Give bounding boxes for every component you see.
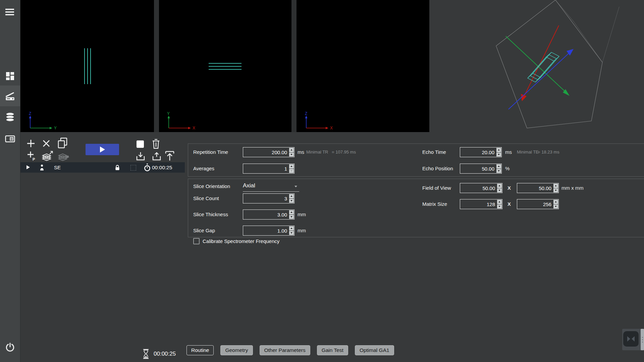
slice-orientation-dropdown[interactable]: Axial bbox=[243, 181, 299, 192]
duplicate-icon[interactable] bbox=[56, 137, 69, 150]
add-icon[interactable] bbox=[26, 139, 36, 148]
stop-button[interactable] bbox=[137, 140, 144, 148]
matrix-size-label: Matrix Size bbox=[422, 199, 447, 209]
spinner-up-button[interactable] bbox=[496, 164, 501, 169]
sequence-toolbar: P bbox=[20, 135, 185, 162]
axis-indicator: Y X bbox=[162, 111, 204, 130]
slice-gap-input[interactable] bbox=[243, 226, 289, 235]
queue-row[interactable]: SE 00:00:25 bbox=[20, 162, 185, 173]
dashboard-icon[interactable] bbox=[5, 71, 15, 81]
tab-routine[interactable]: Routine bbox=[186, 345, 214, 355]
database-icon[interactable] bbox=[5, 112, 15, 122]
echo-position-input[interactable] bbox=[460, 164, 496, 173]
duplicate-stack-disabled-icon[interactable] bbox=[56, 150, 70, 162]
run-button[interactable] bbox=[86, 144, 119, 155]
fov-unit: mm x mm bbox=[561, 183, 584, 193]
tab-other-parameters[interactable]: Other Parameters bbox=[260, 345, 310, 355]
field-of-view-x-input[interactable] bbox=[460, 183, 497, 193]
calibrate-spectrometer-checkbox[interactable]: Calibrate Spectrometer Frequency bbox=[193, 238, 279, 244]
tab-gain-test[interactable]: Gain Test bbox=[317, 345, 348, 355]
spinner-up-button[interactable] bbox=[289, 226, 294, 231]
spinner-down-button[interactable] bbox=[497, 204, 502, 209]
overlay-widget[interactable] bbox=[622, 329, 644, 350]
spinner-up-button[interactable] bbox=[497, 200, 502, 204]
close-icon[interactable] bbox=[42, 139, 51, 148]
tab-geometry[interactable]: Geometry bbox=[220, 345, 253, 355]
spinner-up-button[interactable] bbox=[289, 210, 294, 215]
sequence-duration: 00:00:25 bbox=[152, 162, 172, 173]
echo-time-field bbox=[460, 147, 502, 157]
vertical-axis-label: Y bbox=[167, 111, 170, 116]
upload-all-icon[interactable] bbox=[164, 150, 175, 162]
minimal-tr-value: = 107.95 ms bbox=[332, 147, 356, 157]
lock-icon bbox=[114, 164, 120, 171]
viewport-zy[interactable]: Z Y bbox=[20, 0, 154, 132]
overlay-handle[interactable] bbox=[641, 329, 644, 350]
spinner-down-button[interactable] bbox=[289, 215, 294, 219]
slice-thickness-spinner bbox=[289, 210, 294, 219]
delete-icon[interactable] bbox=[151, 138, 161, 149]
slice-count-spinner bbox=[289, 194, 294, 203]
scene-3d-view[interactable] bbox=[429, 0, 644, 136]
chevron-down-icon bbox=[294, 186, 297, 187]
slice-thickness-input[interactable] bbox=[243, 210, 289, 219]
spinner-down-button[interactable] bbox=[496, 169, 501, 173]
spinner-down-button[interactable] bbox=[553, 204, 558, 209]
echo-time-unit: ms bbox=[505, 147, 512, 157]
slice-gap-unit: mm bbox=[298, 226, 306, 236]
repetition-time-input[interactable] bbox=[243, 147, 289, 157]
viewport-zx[interactable]: Z X bbox=[297, 0, 429, 132]
viewport-yx[interactable]: Y X bbox=[159, 0, 291, 132]
hourglass-icon bbox=[142, 349, 150, 359]
app-window: Z Y Y X Z X bbox=[0, 0, 644, 362]
minimal-tr-label: Minimal TR bbox=[306, 147, 328, 157]
spinner-down-button[interactable] bbox=[496, 153, 501, 157]
matrix-separator: X bbox=[507, 199, 511, 209]
svg-text:P: P bbox=[33, 157, 35, 161]
spinner-up-button[interactable] bbox=[289, 148, 294, 152]
spinner-up-button[interactable] bbox=[497, 184, 502, 188]
selection-box-icon bbox=[130, 165, 136, 171]
duplicate-stack-icon[interactable] bbox=[40, 150, 54, 162]
repetition-time-spinner bbox=[289, 147, 294, 157]
add-protocol-icon[interactable]: P bbox=[25, 150, 36, 162]
registration-card-icon[interactable] bbox=[5, 133, 15, 144]
matrix-size-y-field bbox=[517, 199, 559, 209]
slice-thickness-unit: mm bbox=[298, 209, 306, 220]
spinner-up-button[interactable] bbox=[553, 200, 558, 204]
spinner-down-button[interactable] bbox=[497, 188, 502, 193]
spinner-down-button[interactable] bbox=[289, 231, 294, 235]
horizontal-axis-label: X bbox=[193, 126, 195, 130]
spinner-down-button[interactable] bbox=[289, 153, 294, 157]
slice-gap-spinner bbox=[289, 226, 294, 235]
horizontal-axis-label: X bbox=[330, 126, 333, 130]
spinner-up-button[interactable] bbox=[496, 148, 501, 152]
tab-optimal-ga1[interactable]: Optimal GA1 bbox=[355, 345, 394, 355]
repetition-time-label: Repetition Time bbox=[193, 147, 228, 157]
field-of-view-y-input[interactable] bbox=[517, 183, 553, 193]
spinner-up-button[interactable] bbox=[553, 184, 558, 188]
timing-parameters-section: Repetition Time ms Minimal TR = 107.95 m… bbox=[188, 143, 644, 177]
upload-icon[interactable] bbox=[152, 152, 162, 161]
spinner-down-button[interactable] bbox=[289, 169, 294, 173]
spinner-down-button[interactable] bbox=[289, 199, 294, 203]
scanner-icon[interactable] bbox=[5, 91, 15, 102]
field-of-view-x-field bbox=[460, 183, 502, 193]
echo-time-input[interactable] bbox=[460, 147, 496, 157]
averages-input[interactable] bbox=[243, 164, 289, 173]
matrix-size-y-input[interactable] bbox=[517, 199, 553, 209]
spinner-up-button[interactable] bbox=[289, 164, 294, 169]
overlay-app-button[interactable] bbox=[623, 331, 639, 347]
person-icon bbox=[39, 164, 45, 171]
sequence-name: SE bbox=[54, 162, 61, 173]
matrix-size-x-input[interactable] bbox=[460, 199, 497, 209]
spinner-down-button[interactable] bbox=[553, 188, 558, 193]
slice-count-input[interactable] bbox=[243, 194, 289, 203]
power-icon[interactable] bbox=[5, 342, 15, 353]
spinner-up-button[interactable] bbox=[289, 194, 294, 198]
fov-y-spinner bbox=[553, 183, 558, 193]
download-icon[interactable] bbox=[136, 152, 146, 161]
menu-icon[interactable] bbox=[5, 7, 15, 17]
averages-label: Averages bbox=[193, 164, 214, 174]
echo-position-spinner bbox=[496, 164, 501, 173]
